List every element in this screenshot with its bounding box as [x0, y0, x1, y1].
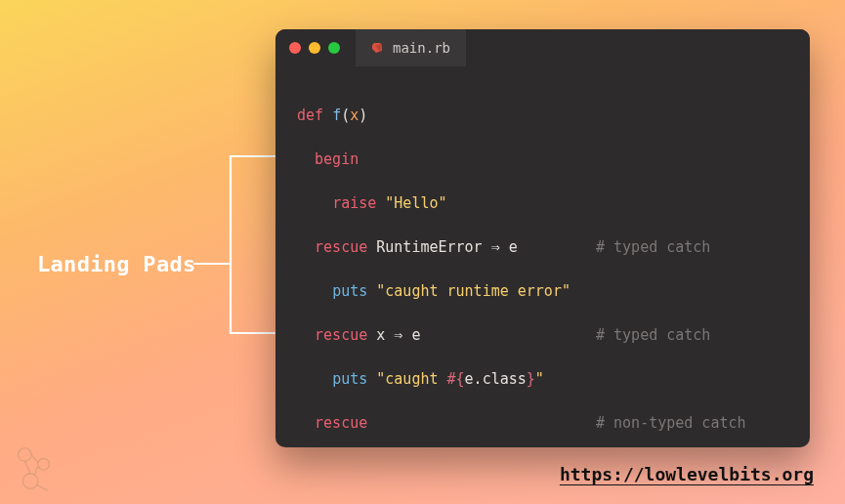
- svg-point-0: [19, 448, 32, 462]
- close-icon[interactable]: [289, 42, 301, 54]
- code-line: rescue RuntimeError ⇒ e# typed catch: [297, 236, 788, 259]
- svg-point-2: [22, 474, 37, 488]
- svg-point-1: [38, 458, 50, 470]
- source-link[interactable]: https://lowlevelbits.org: [560, 464, 814, 484]
- editor-window: main.rb def f(x) begin raise "Hello" res…: [275, 29, 810, 447]
- landing-pads-label: Landing Pads: [37, 252, 196, 276]
- code-line: raise "Hello": [297, 192, 788, 215]
- code-line: rescue# non-typed catch: [297, 412, 788, 435]
- code-line: puts "caught #{e.class}": [297, 368, 788, 391]
- code-line: puts "caught runtime error": [297, 280, 788, 303]
- code-line: def f(x): [297, 105, 788, 127]
- titlebar: main.rb: [275, 29, 810, 66]
- minimize-icon[interactable]: [309, 42, 320, 54]
- code-line: rescue x ⇒ e# typed catch: [297, 324, 788, 347]
- code-area: def f(x) begin raise "Hello" rescue Runt…: [275, 66, 810, 447]
- file-tab[interactable]: main.rb: [356, 29, 466, 66]
- comment-typed-catch: # typed catch: [596, 236, 710, 259]
- filename: main.rb: [393, 40, 450, 56]
- window-controls: [289, 42, 340, 54]
- code-line: begin: [297, 148, 788, 171]
- ruby-icon: [371, 41, 385, 55]
- zoom-icon[interactable]: [328, 42, 340, 54]
- decorative-doodle-icon: [6, 441, 63, 498]
- comment-typed-catch: # typed catch: [596, 324, 710, 347]
- comment-non-typed-catch: # non-typed catch: [596, 412, 746, 435]
